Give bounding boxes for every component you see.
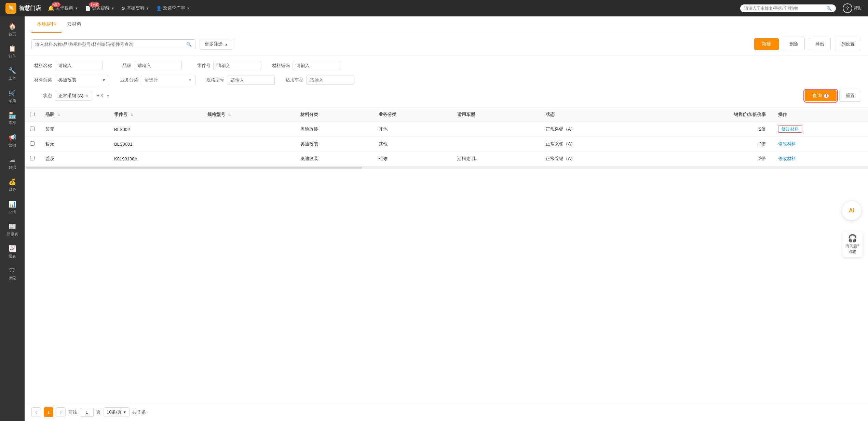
- next-page-button[interactable]: ›: [56, 407, 66, 417]
- cell-biz-category: 其他: [373, 122, 451, 137]
- row-checkbox[interactable]: [30, 156, 35, 160]
- cell-brand: 盖茨: [40, 152, 109, 166]
- tab-cloud-material[interactable]: 云材料: [62, 16, 87, 33]
- filter-row-1: 材料名称 品牌 零件号 材料编码: [31, 61, 861, 70]
- query-button[interactable]: 查询 1: [805, 90, 837, 101]
- filter-row-2: 材料分类 奥迪改装 ▼ 业务分类 请选择 ▼ 规格型号: [31, 75, 861, 85]
- status-tag[interactable]: 正常采销 (A) ✕: [55, 91, 92, 101]
- biz-reminder[interactable]: 📄 业务提醒 1760 ▼: [85, 5, 114, 11]
- delete-button[interactable]: 删除: [783, 38, 805, 50]
- sidebar-item-data[interactable]: ☁ 数据: [0, 153, 25, 173]
- welcome-label: 欢迎李广宇: [163, 5, 185, 11]
- chevron-down-icon3: ▼: [146, 6, 149, 10]
- ai-float-button[interactable]: Ai: [842, 201, 861, 220]
- settings-button[interactable]: 列设置: [835, 38, 861, 50]
- sidebar-item-home[interactable]: 🏠 首页: [0, 19, 25, 40]
- chevron-down-icon7[interactable]: ▼: [106, 94, 110, 98]
- sidebar-item-workorder[interactable]: 🔧 工单: [0, 64, 25, 84]
- header-category: 材料分类: [295, 107, 373, 122]
- status-label: 状态: [31, 93, 52, 99]
- tab-local-material[interactable]: 本地材料: [31, 16, 62, 33]
- sort-spec-icon[interactable]: ⇅: [228, 113, 231, 117]
- biz-category-select[interactable]: 请选择 ▼: [141, 75, 195, 85]
- row-checkbox[interactable]: [30, 127, 35, 131]
- order-icon: 📋: [9, 45, 16, 52]
- page-1-button[interactable]: 1: [44, 407, 53, 417]
- category-value: 奥迪改装: [58, 77, 76, 83]
- more-filter-label: 更多筛选: [205, 41, 222, 47]
- help-float-label: 有问题?: [846, 244, 859, 249]
- filter-category: 材料分类 奥迪改装 ▼: [31, 75, 109, 85]
- global-search[interactable]: 🔍: [740, 4, 836, 12]
- material-name-input[interactable]: [55, 61, 103, 70]
- vehicle-input[interactable]: [306, 76, 354, 85]
- spec-input[interactable]: [227, 76, 275, 85]
- sidebar-item-order[interactable]: 📋 订单: [0, 41, 25, 62]
- filter-biz-category: 业务分类 请选择 ▼: [118, 75, 195, 85]
- data-icon: ☁: [9, 156, 15, 163]
- search-bar: 🔍 更多筛选 ▲ 新建 删除 导出 列设置: [25, 33, 868, 55]
- filter-row-3: 状态 正常采销 (A) ✕ + 3 ▼ 查询 1 重置: [31, 90, 861, 102]
- help-label: 帮助: [854, 5, 863, 11]
- pagination: ‹ 1 › 前往 页 10条/页 ▼ 共 3 条: [25, 403, 868, 421]
- new-button[interactable]: 新建: [754, 38, 779, 50]
- cell-biz-category: 其他: [373, 137, 451, 152]
- row-checkbox-cell: [25, 152, 40, 166]
- cell-action: 修改材料: [773, 122, 868, 137]
- cell-vehicle: [452, 137, 540, 152]
- material-code-input[interactable]: [293, 61, 340, 70]
- app-name: 智慧门店: [19, 5, 41, 12]
- brand-input[interactable]: [134, 61, 182, 70]
- scroll-thumb[interactable]: [26, 167, 362, 169]
- more-filter-button[interactable]: 更多筛选 ▲: [200, 39, 233, 50]
- sidebar-label-purchase: 采购: [9, 98, 16, 103]
- reset-button[interactable]: 重置: [839, 90, 861, 102]
- cell-action: 修改材料: [773, 137, 868, 152]
- sort-brand-icon[interactable]: ⇅: [57, 113, 60, 117]
- sort-partno-icon[interactable]: ⇅: [130, 113, 133, 117]
- edit-material-link-0[interactable]: 修改材料: [778, 126, 802, 133]
- cell-action: 修改材料: [773, 152, 868, 166]
- sidebar-item-insurance[interactable]: 🛡 保险: [0, 264, 25, 284]
- cell-vehicle: 斯柯达明...: [452, 152, 540, 166]
- export-button[interactable]: 导出: [809, 38, 831, 50]
- sidebar-item-performance[interactable]: 📊 业绩: [0, 197, 25, 218]
- row-checkbox-cell: [25, 137, 40, 152]
- cell-price: 2倍: [651, 122, 773, 137]
- sidebar-label-home: 首页: [9, 31, 16, 37]
- material-search-input[interactable]: [35, 42, 184, 47]
- page-size-select[interactable]: 10条/页 ▼: [104, 407, 130, 417]
- material-search-wrap[interactable]: 🔍: [31, 39, 195, 49]
- row-checkbox[interactable]: [30, 141, 35, 146]
- part-no-input[interactable]: [213, 61, 261, 70]
- logo-icon: 智: [5, 3, 16, 14]
- select-all-checkbox[interactable]: [30, 112, 35, 116]
- help-float-button[interactable]: 🎧 有问题? 点我: [842, 231, 863, 257]
- sidebar-item-purchase[interactable]: 🛒 采购: [0, 86, 25, 107]
- status-tag-close[interactable]: ✕: [85, 94, 89, 98]
- chevron-down-icon6: ▼: [188, 78, 192, 82]
- user-menu[interactable]: 👤 欢迎李广宇 ▼: [156, 5, 190, 11]
- category-select[interactable]: 奥迪改装 ▼: [55, 75, 109, 85]
- care-reminder[interactable]: 🔔 关怀提醒 697 ▼: [48, 5, 78, 11]
- header-status: 状态: [540, 107, 651, 122]
- filter-material-code: 材料编码: [269, 61, 340, 70]
- search-input[interactable]: [744, 6, 824, 11]
- help-button[interactable]: ? 帮助: [843, 3, 863, 13]
- prev-page-button[interactable]: ‹: [31, 407, 41, 417]
- edit-material-link-1[interactable]: 修改材料: [778, 141, 796, 146]
- cell-category: 奥迪改装: [295, 122, 373, 137]
- sidebar-item-marketing[interactable]: 📢 营销: [0, 130, 25, 151]
- edit-material-link-2[interactable]: 修改材料: [778, 156, 796, 161]
- sidebar-item-report[interactable]: 📈 报表: [0, 241, 25, 262]
- filter-material-name: 材料名称: [31, 61, 103, 70]
- sidebar-item-finance[interactable]: 💰 财务: [0, 175, 25, 196]
- page-size-value: 10条/页: [107, 409, 122, 415]
- horizontal-scrollbar[interactable]: [25, 166, 868, 169]
- main-layout: 🏠 首页 📋 订单 🔧 工单 🛒 采购 🏪 库存 📢 营销 ☁ 数据 💰: [0, 16, 868, 421]
- page-jump-input[interactable]: [80, 408, 94, 417]
- app-logo[interactable]: 智 智慧门店: [5, 3, 41, 14]
- base-data[interactable]: ⚙ 基础资料 ▼: [121, 5, 149, 11]
- sidebar-item-new-report[interactable]: 📰 新报表: [0, 219, 25, 240]
- sidebar-item-inventory[interactable]: 🏪 库存: [0, 108, 25, 129]
